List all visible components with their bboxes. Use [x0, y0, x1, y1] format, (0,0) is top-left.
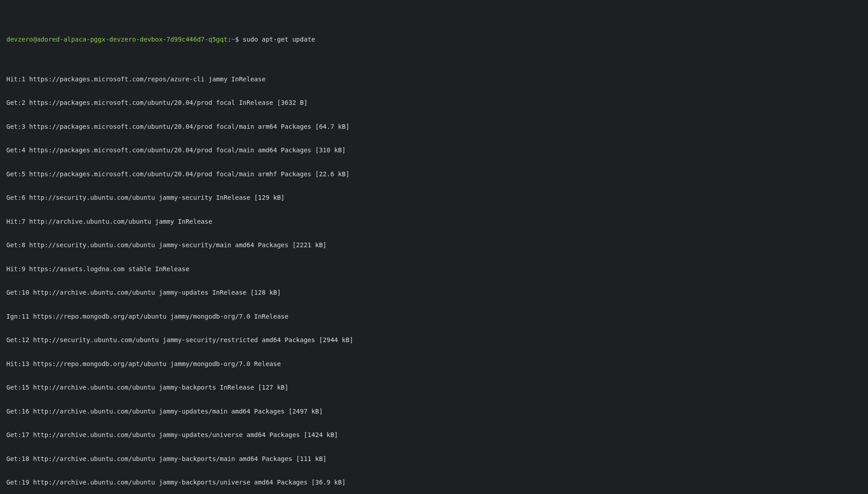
output-line: Get:18 http://archive.ubuntu.com/ubuntu …	[6, 455, 862, 463]
prompt-line-1: devzero@adored-alpaca-pggx-devzero-devbo…	[6, 36, 862, 44]
output-line: Get:12 http://security.ubuntu.com/ubuntu…	[6, 336, 862, 344]
command-1: sudo apt-get update	[243, 36, 315, 43]
prompt-path: ~	[231, 36, 235, 43]
output-line: Get:4 https://packages.microsoft.com/ubu…	[6, 146, 862, 155]
terminal[interactable]: devzero@adored-alpaca-pggx-devzero-devbo…	[0, 0, 868, 494]
prompt-dollar: $	[235, 36, 243, 43]
output-line: Hit:13 https://repo.mongodb.org/apt/ubun…	[6, 360, 862, 368]
output-line: Hit:9 https://assets.logdna.com stable I…	[6, 265, 862, 273]
output-line: Get:8 http://security.ubuntu.com/ubuntu …	[6, 241, 862, 249]
output-line: Get:2 https://packages.microsoft.com/ubu…	[6, 99, 862, 107]
output-line: Get:5 https://packages.microsoft.com/ubu…	[6, 170, 862, 179]
output-line: Get:10 http://archive.ubuntu.com/ubuntu …	[6, 289, 862, 297]
output-line: Get:15 http://archive.ubuntu.com/ubuntu …	[6, 384, 862, 392]
prompt-user: devzero@adored-alpaca-pggx-devzero-devbo…	[6, 36, 228, 43]
output-line: Get:17 http://archive.ubuntu.com/ubuntu …	[6, 431, 862, 439]
output-line: Get:6 http://security.ubuntu.com/ubuntu …	[6, 194, 862, 202]
output-line: Ign:11 https://repo.mongodb.org/apt/ubun…	[6, 313, 862, 321]
output-line: Get:16 http://archive.ubuntu.com/ubuntu …	[6, 408, 862, 416]
output-line: Hit:7 http://archive.ubuntu.com/ubuntu j…	[6, 218, 862, 226]
output-line: Get:3 https://packages.microsoft.com/ubu…	[6, 123, 862, 131]
output-line: Get:19 http://archive.ubuntu.com/ubuntu …	[6, 479, 862, 487]
output-line: Hit:1 https://packages.microsoft.com/rep…	[6, 75, 862, 84]
